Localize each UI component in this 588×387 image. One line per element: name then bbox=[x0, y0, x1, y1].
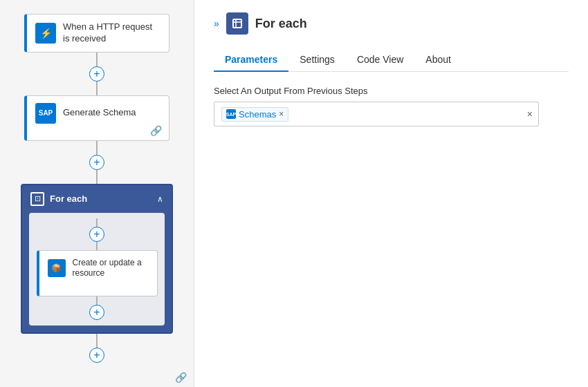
token-remove-btn[interactable]: × bbox=[279, 110, 284, 118]
add-after-foreach[interactable]: + bbox=[89, 348, 104, 363]
detail-tabs: Parameters Settings Code View About bbox=[214, 48, 569, 72]
field-clear-btn[interactable]: × bbox=[527, 108, 533, 120]
foreach-header: ⊡ For each ∧ bbox=[22, 185, 172, 213]
v-line bbox=[96, 170, 98, 184]
v-line bbox=[96, 334, 98, 348]
svg-rect-0 bbox=[233, 19, 241, 28]
v-line bbox=[96, 218, 98, 227]
tab-settings[interactable]: Settings bbox=[288, 48, 346, 72]
schema-link-icon: 🔗 bbox=[150, 125, 162, 136]
http-icon: ⚡ bbox=[35, 23, 56, 44]
create-resource-node[interactable]: 📦 Create or update a resource 🔗 bbox=[37, 250, 158, 296]
token-field[interactable]: SAP Schemas × × bbox=[214, 102, 539, 126]
tab-about[interactable]: About bbox=[414, 48, 462, 72]
resource-node-title: Create or update a resource bbox=[73, 258, 149, 279]
resource-link-icon: 🔗 bbox=[175, 372, 187, 383]
foreach-collapse-icon[interactable]: ∧ bbox=[157, 194, 163, 204]
add-inner-bottom[interactable]: + bbox=[89, 305, 104, 320]
foreach-header-left: ⊡ For each bbox=[30, 192, 87, 206]
schema-icon: SAP bbox=[35, 103, 56, 124]
workflow-canvas: ⚡ When a HTTP request is received + SAP … bbox=[0, 0, 194, 387]
connector-2: + bbox=[89, 141, 104, 184]
v-line bbox=[96, 53, 98, 66]
rp-node-icon bbox=[226, 12, 248, 35]
tab-code-view[interactable]: Code View bbox=[346, 48, 414, 72]
schemas-token: SAP Schemas × bbox=[221, 107, 288, 122]
token-icon: SAP bbox=[226, 109, 236, 119]
add-between-2[interactable]: + bbox=[89, 155, 104, 170]
right-detail-panel: » For each Parameters Settings Code View… bbox=[194, 0, 588, 387]
parameters-content: Select An Output From Previous Steps SAP… bbox=[214, 86, 569, 126]
http-node-title: When a HTTP request is received bbox=[63, 21, 160, 45]
rp-header: » For each bbox=[214, 12, 569, 35]
v-line bbox=[96, 296, 98, 305]
token-label: Schemas bbox=[239, 109, 276, 120]
field-label: Select An Output From Previous Steps bbox=[214, 86, 569, 96]
resource-icon: 📦 bbox=[48, 259, 66, 277]
http-request-node[interactable]: ⚡ When a HTTP request is received bbox=[24, 14, 169, 53]
foreach-node-title: For each bbox=[50, 194, 87, 204]
schema-node-title: Generate Schema bbox=[63, 107, 136, 119]
add-inner-top[interactable]: + bbox=[89, 227, 104, 242]
add-between-1[interactable]: + bbox=[89, 66, 104, 82]
v-line bbox=[96, 82, 98, 95]
foreach-outer: ⊡ For each ∧ + 📦 Create or update a reso… bbox=[0, 184, 194, 363]
foreach-icon: ⊡ bbox=[30, 192, 44, 206]
foreach-node[interactable]: ⊡ For each ∧ + 📦 Create or update a reso… bbox=[21, 184, 173, 334]
rp-node-title: For each bbox=[255, 17, 307, 31]
generate-schema-node[interactable]: SAP Generate Schema 🔗 bbox=[24, 95, 169, 141]
connector-1: + bbox=[89, 53, 104, 95]
tab-parameters[interactable]: Parameters bbox=[214, 48, 288, 72]
foreach-detail-icon bbox=[232, 18, 243, 29]
foreach-body: + 📦 Create or update a resource 🔗 + bbox=[29, 213, 165, 325]
connector-below-foreach: + bbox=[89, 334, 104, 363]
inner-connector-top: + bbox=[89, 218, 104, 250]
v-line bbox=[96, 141, 98, 155]
v-line bbox=[96, 242, 98, 250]
inner-connector-bottom: + bbox=[89, 296, 104, 320]
back-icon[interactable]: » bbox=[214, 18, 219, 29]
